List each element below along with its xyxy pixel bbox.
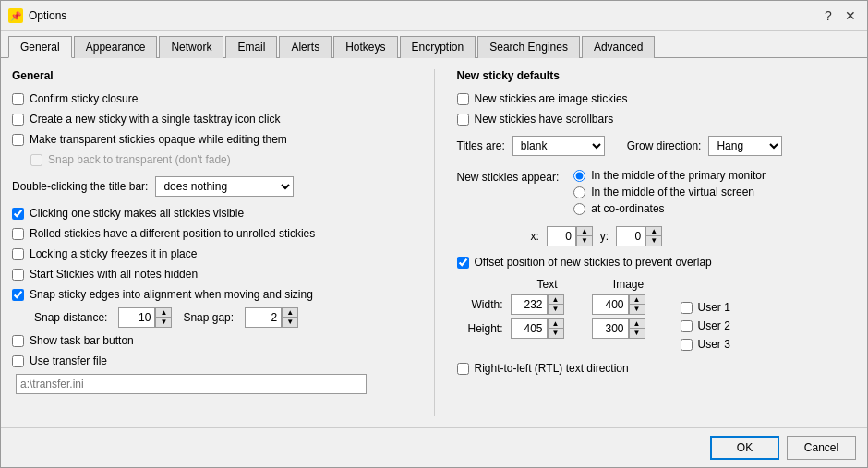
start-hidden-checkbox[interactable]: [12, 269, 24, 281]
image-col-header: Image: [592, 278, 666, 291]
tab-search-engines[interactable]: Search Engines: [477, 36, 580, 58]
x-up[interactable]: ▲: [577, 227, 592, 236]
text-width-up[interactable]: ▲: [549, 295, 563, 305]
y-input[interactable]: [616, 226, 645, 246]
grow-select[interactable]: Hang Up Down: [708, 136, 782, 156]
coordinates-label[interactable]: at co-ordinates: [591, 202, 664, 215]
tab-advanced[interactable]: Advanced: [582, 36, 655, 58]
image-height-up[interactable]: ▲: [630, 319, 645, 329]
cb-confirm-closure: Confirm sticky closure: [12, 91, 412, 106]
coordinates-radio[interactable]: [573, 203, 585, 215]
ok-button[interactable]: OK: [710, 436, 779, 460]
snap-distance-input[interactable]: 10: [118, 307, 155, 328]
snap-back-label: Snap back to transparent (don't fade): [48, 153, 231, 166]
xy-row: x: ▲ ▼ y: ▲ ▼: [531, 226, 857, 246]
clicking-sticky-label[interactable]: Clicking one sticky makes all stickies v…: [30, 207, 244, 220]
show-taskbar-checkbox[interactable]: [12, 335, 24, 347]
double-click-select[interactable]: does nothing roll up minimize close: [155, 176, 294, 197]
y-up[interactable]: ▲: [646, 227, 661, 236]
show-taskbar-label[interactable]: Show task bar button: [30, 334, 134, 347]
image-width-up[interactable]: ▲: [630, 295, 645, 305]
new-sticky-checkbox[interactable]: [12, 114, 24, 126]
text-width-input[interactable]: [511, 294, 548, 315]
locking-checkbox[interactable]: [12, 248, 24, 260]
cb-show-taskbar: Show task bar button: [12, 333, 412, 348]
image-stickies-label[interactable]: New stickies are image stickies: [475, 92, 628, 105]
tab-email[interactable]: Email: [225, 36, 277, 58]
user1-label[interactable]: User 1: [698, 301, 730, 314]
user2-label[interactable]: User 2: [698, 319, 730, 332]
clicking-sticky-checkbox[interactable]: [12, 208, 24, 220]
confirm-closure-checkbox[interactable]: [12, 93, 24, 105]
locking-label[interactable]: Locking a sticky freezes it in place: [30, 247, 197, 260]
primary-monitor-label[interactable]: In the middle of the primary monitor: [591, 169, 766, 182]
x-input[interactable]: [547, 226, 576, 246]
transfer-file-input[interactable]: [16, 374, 367, 394]
scrollbars-label[interactable]: New stickies have scrollbars: [475, 113, 614, 126]
image-width-input[interactable]: [592, 294, 629, 315]
start-hidden-label[interactable]: Start Stickies with all notes hidden: [30, 268, 198, 281]
x-down[interactable]: ▼: [577, 236, 592, 246]
image-width-down[interactable]: ▼: [630, 305, 645, 314]
help-button[interactable]: ?: [819, 6, 838, 25]
tab-general[interactable]: General: [8, 36, 72, 58]
snap-edges-checkbox[interactable]: [12, 289, 24, 301]
rolled-stickies-checkbox[interactable]: [12, 228, 24, 240]
use-transfer-label[interactable]: Use transfer file: [30, 354, 107, 367]
use-transfer-checkbox[interactable]: [12, 355, 24, 367]
text-width-down[interactable]: ▼: [549, 305, 563, 314]
primary-monitor-radio[interactable]: [573, 170, 585, 182]
tab-bar: General Appearance Network Email Alerts …: [1, 31, 867, 58]
transparent-label[interactable]: Make transparent stickies opaque while e…: [30, 133, 287, 146]
user1-checkbox[interactable]: [681, 302, 693, 314]
user2-checkbox[interactable]: [681, 320, 693, 332]
double-click-row: Double-clicking the title bar: does noth…: [12, 176, 412, 197]
title-controls: ? ✕: [819, 6, 860, 25]
snap-edges-label[interactable]: Snap sticky edges into alignment when mo…: [30, 288, 313, 301]
right-section-title: New sticky defaults: [457, 69, 857, 82]
snap-gap-down[interactable]: ▼: [283, 318, 297, 327]
close-button[interactable]: ✕: [841, 6, 860, 25]
rtl-label[interactable]: Right-to-left (RTL) text direction: [475, 362, 629, 375]
image-width-btns: ▲ ▼: [629, 294, 645, 315]
tab-hotkeys[interactable]: Hotkeys: [333, 36, 397, 58]
window-icon: 📌: [8, 8, 23, 23]
text-height-up[interactable]: ▲: [549, 319, 563, 329]
confirm-closure-label[interactable]: Confirm sticky closure: [30, 92, 138, 105]
tab-network[interactable]: Network: [159, 36, 223, 58]
transparent-checkbox[interactable]: [12, 134, 24, 146]
user3-checkbox[interactable]: [681, 339, 693, 351]
rtl-checkbox[interactable]: [457, 363, 469, 375]
cb-start-hidden: Start Stickies with all notes hidden: [12, 267, 412, 282]
user3-label[interactable]: User 3: [698, 338, 730, 351]
image-height-input[interactable]: [592, 318, 629, 339]
scrollbars-checkbox[interactable]: [457, 114, 469, 126]
snap-distance-up[interactable]: ▲: [156, 308, 171, 318]
radio-coordinates: at co-ordinates: [573, 202, 766, 215]
text-height-down[interactable]: ▼: [549, 329, 563, 338]
snap-distance-down[interactable]: ▼: [156, 318, 171, 327]
titles-select[interactable]: blank date time none: [512, 136, 605, 156]
text-width-spinner: ▲ ▼: [511, 294, 585, 315]
tab-alerts[interactable]: Alerts: [279, 36, 332, 58]
cancel-button[interactable]: Cancel: [787, 436, 856, 460]
snap-back-checkbox[interactable]: [30, 154, 42, 166]
cb-image-stickies: New stickies are image stickies: [457, 91, 857, 106]
user-group: User 1 User 2 User 3: [681, 300, 730, 352]
snap-gap-input[interactable]: 2: [245, 307, 282, 328]
tab-appearance[interactable]: Appearance: [74, 36, 158, 58]
text-height-input[interactable]: [511, 318, 548, 339]
virtual-screen-label[interactable]: In the middle of the virtual screen: [591, 186, 754, 198]
new-sticky-label[interactable]: Create a new sticky with a single tasktr…: [30, 113, 280, 126]
virtual-screen-radio[interactable]: [573, 186, 585, 198]
offset-checkbox[interactable]: [457, 257, 469, 269]
rolled-stickies-label[interactable]: Rolled stickies have a different positio…: [30, 227, 315, 240]
image-height-down[interactable]: ▼: [630, 329, 645, 338]
tab-encryption[interactable]: Encryption: [400, 36, 476, 58]
image-stickies-checkbox[interactable]: [457, 93, 469, 105]
snap-gap-spinner: 2 ▲ ▼: [245, 307, 298, 328]
snap-gap-up[interactable]: ▲: [283, 308, 297, 318]
offset-label[interactable]: Offset position of new stickies to preve…: [475, 256, 712, 269]
cb-user2: User 2: [681, 318, 730, 333]
y-down[interactable]: ▼: [646, 236, 661, 246]
